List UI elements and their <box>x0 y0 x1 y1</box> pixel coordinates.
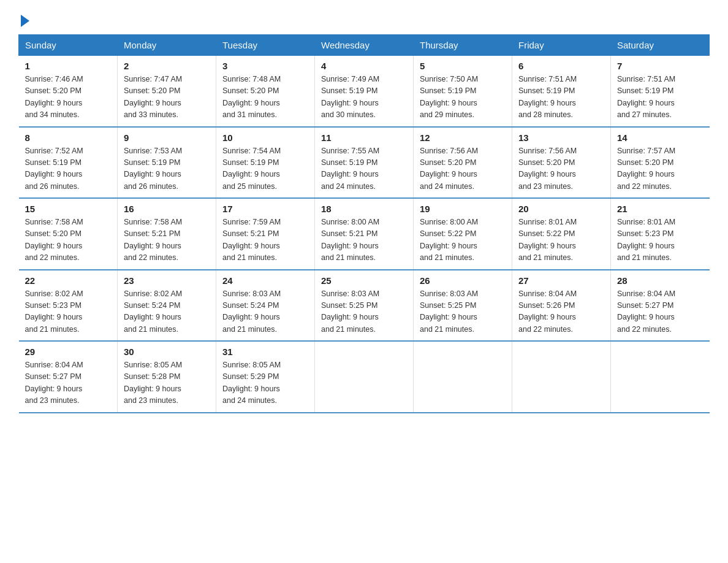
weekday-header-row: SundayMondayTuesdayWednesdayThursdayFrid… <box>19 35 710 56</box>
day-number: 25 <box>321 275 407 286</box>
day-info: Sunrise: 7:52 AMSunset: 5:19 PMDaylight:… <box>25 145 112 193</box>
calendar-cell: 20Sunrise: 8:01 AMSunset: 5:22 PMDayligh… <box>512 198 611 270</box>
calendar-cell <box>414 341 512 413</box>
day-number: 1 <box>25 61 112 71</box>
calendar-week-row: 15Sunrise: 7:58 AMSunset: 5:20 PMDayligh… <box>19 198 710 270</box>
calendar-cell: 27Sunrise: 8:04 AMSunset: 5:26 PMDayligh… <box>512 270 611 342</box>
calendar-week-row: 29Sunrise: 8:04 AMSunset: 5:27 PMDayligh… <box>19 341 710 413</box>
weekday-header-tuesday: Tuesday <box>216 35 315 56</box>
calendar-cell: 30Sunrise: 8:05 AMSunset: 5:28 PMDayligh… <box>118 341 216 413</box>
day-info: Sunrise: 7:57 AMSunset: 5:20 PMDaylight:… <box>617 145 703 193</box>
day-info: Sunrise: 7:50 AMSunset: 5:19 PMDaylight:… <box>420 74 506 121</box>
day-info: Sunrise: 7:48 AMSunset: 5:20 PMDaylight:… <box>222 74 308 121</box>
day-info: Sunrise: 8:04 AMSunset: 5:26 PMDaylight:… <box>518 288 604 336</box>
calendar-cell: 3Sunrise: 7:48 AMSunset: 5:20 PMDaylight… <box>216 56 315 127</box>
day-number: 21 <box>617 204 703 214</box>
day-number: 16 <box>124 204 210 214</box>
calendar-cell: 29Sunrise: 8:04 AMSunset: 5:27 PMDayligh… <box>19 341 118 413</box>
day-number: 12 <box>420 132 506 143</box>
day-number: 27 <box>518 275 604 286</box>
calendar-cell: 4Sunrise: 7:49 AMSunset: 5:19 PMDaylight… <box>315 56 414 127</box>
day-number: 24 <box>222 275 308 286</box>
day-info: Sunrise: 8:03 AMSunset: 5:25 PMDaylight:… <box>321 288 407 336</box>
day-info: Sunrise: 7:58 AMSunset: 5:20 PMDaylight:… <box>25 216 112 264</box>
day-info: Sunrise: 8:04 AMSunset: 5:27 PMDaylight:… <box>25 359 112 407</box>
logo-arrow-icon <box>21 15 29 27</box>
day-info: Sunrise: 7:53 AMSunset: 5:19 PMDaylight:… <box>124 145 210 193</box>
day-number: 26 <box>420 275 506 286</box>
day-number: 19 <box>420 204 506 214</box>
calendar-cell: 6Sunrise: 7:51 AMSunset: 5:19 PMDaylight… <box>512 56 611 127</box>
day-info: Sunrise: 7:46 AMSunset: 5:20 PMDaylight:… <box>25 74 112 121</box>
day-number: 4 <box>321 61 407 71</box>
calendar-cell: 13Sunrise: 7:56 AMSunset: 5:20 PMDayligh… <box>512 127 611 199</box>
calendar-cell: 11Sunrise: 7:55 AMSunset: 5:19 PMDayligh… <box>315 127 414 199</box>
calendar-cell: 25Sunrise: 8:03 AMSunset: 5:25 PMDayligh… <box>315 270 414 342</box>
calendar-week-row: 22Sunrise: 8:02 AMSunset: 5:23 PMDayligh… <box>19 270 710 342</box>
day-number: 6 <box>518 61 604 71</box>
day-info: Sunrise: 7:56 AMSunset: 5:20 PMDaylight:… <box>518 145 604 193</box>
calendar-cell: 19Sunrise: 8:00 AMSunset: 5:22 PMDayligh… <box>414 198 512 270</box>
calendar-cell: 1Sunrise: 7:46 AMSunset: 5:20 PMDaylight… <box>19 56 118 127</box>
day-number: 29 <box>25 347 112 357</box>
day-info: Sunrise: 8:01 AMSunset: 5:22 PMDaylight:… <box>518 216 604 264</box>
day-number: 18 <box>321 204 407 214</box>
calendar-cell <box>512 341 611 413</box>
day-info: Sunrise: 8:03 AMSunset: 5:24 PMDaylight:… <box>222 288 308 336</box>
weekday-header-monday: Monday <box>118 35 216 56</box>
weekday-header-thursday: Thursday <box>414 35 512 56</box>
day-number: 31 <box>222 347 308 357</box>
day-info: Sunrise: 7:49 AMSunset: 5:19 PMDaylight:… <box>321 74 407 121</box>
day-number: 17 <box>222 204 308 214</box>
calendar-cell <box>315 341 414 413</box>
day-number: 2 <box>124 61 210 71</box>
day-info: Sunrise: 7:55 AMSunset: 5:19 PMDaylight:… <box>321 145 407 193</box>
day-info: Sunrise: 8:02 AMSunset: 5:23 PMDaylight:… <box>25 288 112 336</box>
calendar-cell: 15Sunrise: 7:58 AMSunset: 5:20 PMDayligh… <box>19 198 118 270</box>
day-number: 30 <box>124 347 210 357</box>
day-number: 7 <box>617 61 703 71</box>
calendar-week-row: 8Sunrise: 7:52 AMSunset: 5:19 PMDaylight… <box>19 127 710 199</box>
calendar-cell: 28Sunrise: 8:04 AMSunset: 5:27 PMDayligh… <box>611 270 710 342</box>
weekday-header-friday: Friday <box>512 35 611 56</box>
calendar-cell: 22Sunrise: 8:02 AMSunset: 5:23 PMDayligh… <box>19 270 118 342</box>
calendar-cell: 2Sunrise: 7:47 AMSunset: 5:20 PMDaylight… <box>118 56 216 127</box>
calendar-cell: 14Sunrise: 7:57 AMSunset: 5:20 PMDayligh… <box>611 127 710 199</box>
calendar-week-row: 1Sunrise: 7:46 AMSunset: 5:20 PMDaylight… <box>19 56 710 127</box>
calendar-cell: 9Sunrise: 7:53 AMSunset: 5:19 PMDaylight… <box>118 127 216 199</box>
day-info: Sunrise: 8:00 AMSunset: 5:22 PMDaylight:… <box>420 216 506 264</box>
logo <box>18 12 29 23</box>
weekday-header-wednesday: Wednesday <box>315 35 414 56</box>
day-number: 22 <box>25 275 112 286</box>
day-info: Sunrise: 7:59 AMSunset: 5:21 PMDaylight:… <box>222 216 308 264</box>
day-number: 23 <box>124 275 210 286</box>
day-info: Sunrise: 8:03 AMSunset: 5:25 PMDaylight:… <box>420 288 506 336</box>
day-info: Sunrise: 8:04 AMSunset: 5:27 PMDaylight:… <box>617 288 703 336</box>
day-number: 13 <box>518 132 604 143</box>
calendar-cell: 24Sunrise: 8:03 AMSunset: 5:24 PMDayligh… <box>216 270 315 342</box>
day-info: Sunrise: 8:05 AMSunset: 5:28 PMDaylight:… <box>124 359 210 407</box>
day-number: 20 <box>518 204 604 214</box>
day-info: Sunrise: 7:58 AMSunset: 5:21 PMDaylight:… <box>124 216 210 264</box>
calendar-cell: 10Sunrise: 7:54 AMSunset: 5:19 PMDayligh… <box>216 127 315 199</box>
weekday-header-sunday: Sunday <box>19 35 118 56</box>
day-info: Sunrise: 8:05 AMSunset: 5:29 PMDaylight:… <box>222 359 308 407</box>
calendar-cell: 18Sunrise: 8:00 AMSunset: 5:21 PMDayligh… <box>315 198 414 270</box>
day-number: 8 <box>25 132 112 143</box>
calendar-cell: 21Sunrise: 8:01 AMSunset: 5:23 PMDayligh… <box>611 198 710 270</box>
calendar-cell: 5Sunrise: 7:50 AMSunset: 5:19 PMDaylight… <box>414 56 512 127</box>
page-header <box>18 12 710 23</box>
calendar-cell: 23Sunrise: 8:02 AMSunset: 5:24 PMDayligh… <box>118 270 216 342</box>
day-number: 3 <box>222 61 308 71</box>
calendar-table: SundayMondayTuesdayWednesdayThursdayFrid… <box>18 34 710 413</box>
calendar-cell: 31Sunrise: 8:05 AMSunset: 5:29 PMDayligh… <box>216 341 315 413</box>
day-number: 5 <box>420 61 506 71</box>
calendar-cell: 8Sunrise: 7:52 AMSunset: 5:19 PMDaylight… <box>19 127 118 199</box>
day-info: Sunrise: 8:01 AMSunset: 5:23 PMDaylight:… <box>617 216 703 264</box>
day-info: Sunrise: 7:51 AMSunset: 5:19 PMDaylight:… <box>617 74 703 121</box>
calendar-cell: 12Sunrise: 7:56 AMSunset: 5:20 PMDayligh… <box>414 127 512 199</box>
calendar-body: 1Sunrise: 7:46 AMSunset: 5:20 PMDaylight… <box>19 56 710 413</box>
day-info: Sunrise: 7:54 AMSunset: 5:19 PMDaylight:… <box>222 145 308 193</box>
calendar-cell: 17Sunrise: 7:59 AMSunset: 5:21 PMDayligh… <box>216 198 315 270</box>
calendar-cell: 26Sunrise: 8:03 AMSunset: 5:25 PMDayligh… <box>414 270 512 342</box>
